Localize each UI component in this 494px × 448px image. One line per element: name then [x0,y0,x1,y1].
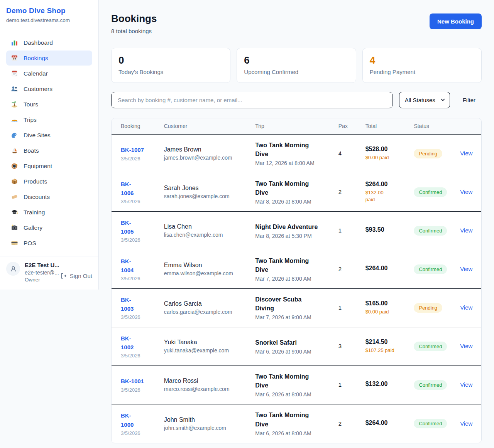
booking-id-link[interactable]: BK-1007 [121,145,144,154]
table-row: BK- 1000 3/5/2026 John Smith john.smith@… [112,404,481,443]
sidebar-item-label: Customers [24,86,52,93]
customer-name: Emma Wilson [164,262,250,269]
sidebar-item-bookings[interactable]: 17 Bookings [6,51,92,66]
trip-datetime: Mar 8, 2026 at 8:00 AM [255,199,333,205]
pax-count: 3 [338,343,342,349]
sidebar-item-label: Dive Sites [24,132,51,139]
customer-name: John Smith [164,416,250,423]
sidebar-item-label: Calendar [24,70,48,77]
sidebar-item-label: Tours [24,101,38,108]
filter-button[interactable]: Filter [463,97,475,103]
booking-id-link[interactable]: BK- 1002 [121,334,134,352]
sidebar-item-trips[interactable]: Trips [6,112,92,127]
sidebar-item-discounts[interactable]: Discounts [6,189,92,204]
diving-mask-icon [11,162,18,170]
booking-id-link[interactable]: BK- 1003 [121,295,134,313]
table-row: BK- 1006 3/5/2026 Sarah Jones sarah.jone… [112,173,481,212]
view-link[interactable]: View [460,227,472,234]
customer-email: james.brown@example.com [164,155,250,161]
view-link[interactable]: View [460,304,472,311]
stat-value: 6 [244,55,349,66]
sidebar-item-label: Products [24,178,47,185]
booking-date: 3/5/2026 [121,353,164,359]
sidebar-item-boats[interactable]: Boats [6,143,92,158]
booking-date: 3/5/2026 [121,199,164,204]
stat-label: Upcoming Confirmed [244,69,349,75]
status-badge: Confirmed [414,226,447,236]
new-booking-button[interactable]: New Booking [430,13,482,29]
table-row: BK-1001 3/5/2026 Marco Rossi marco.rossi… [112,366,481,404]
customer-email: emma.wilson@example.com [164,270,250,276]
stat-card-todays-bookings: 0 Today's Bookings [111,48,230,83]
user-email: e2e-tester@... [25,269,59,276]
view-link[interactable]: View [460,189,472,195]
sidebar-item-customers[interactable]: Customers [6,81,92,96]
sidebar-item-calendar[interactable]: Calendar [6,66,92,81]
sidebar-item-dashboard[interactable]: Dashboard [6,35,92,50]
view-link[interactable]: View [460,381,472,388]
total-amount: $264.00 [365,181,409,188]
trip-name: Night Dive Adventure [255,222,333,231]
booking-id-link[interactable]: BK- 1006 [121,180,134,198]
trip-name: Discover Scuba Diving [255,295,333,313]
sidebar-item-training[interactable]: Training [6,205,92,220]
shop-name: Demo Dive Shop [6,7,92,15]
pax-count: 1 [338,304,342,311]
total-amount: $132.00 [365,381,409,387]
status-badge: Pending [414,303,442,313]
stat-value: 4 [370,55,474,66]
sign-out-icon [60,273,67,279]
sidebar-item-gallery[interactable]: Gallery [6,220,92,235]
island-icon [11,101,18,108]
bar-chart-icon [11,39,18,46]
stat-cards: 0 Today's Bookings 6 Upcoming Confirmed … [111,48,482,83]
user-section: E2E Test U... e2e-tester@... Owner Sign … [0,256,98,290]
view-link[interactable]: View [460,343,472,349]
booking-date: 3/5/2026 [121,314,164,320]
total-amount: $165.00 [365,300,409,307]
trip-datetime: Mar 6, 2026 at 9:00 AM [255,349,333,355]
trip-datetime: Mar 7, 2026 at 9:00 AM [255,314,333,320]
table-row: BK-1007 3/5/2026 James Brown james.brown… [112,135,481,173]
pax-count: 4 [338,150,342,157]
trip-datetime: Mar 12, 2026 at 8:00 AM [255,160,333,166]
customer-name: Yuki Tanaka [164,339,250,346]
sidebar-item-equipment[interactable]: Equipment [6,158,92,173]
trip-datetime: Mar 8, 2026 at 5:30 PM [255,233,333,239]
sidebar-item-label: Gallery [24,224,42,231]
search-input[interactable] [111,92,393,108]
main-content: Bookings 8 total bookings New Booking 0 … [111,0,482,443]
package-icon [11,178,18,185]
booking-id-link[interactable]: BK- 1005 [121,218,134,236]
booking-date: 3/5/2026 [121,430,164,436]
sidebar-item-dive-sites[interactable]: Dive Sites [6,128,92,143]
page-title: Bookings [111,13,157,25]
view-link[interactable]: View [460,150,472,157]
paid-amount: $0.00 paid [365,308,409,315]
booking-id-link[interactable]: BK- 1000 [121,411,134,429]
sidebar-item-pos[interactable]: POS [6,236,92,251]
column-header-status: Status [414,123,460,129]
booking-id-link[interactable]: BK-1001 [121,377,144,386]
status-badge: Pending [414,149,442,158]
customer-email: marco.rossi@example.com [164,386,250,392]
sidebar-item-tours[interactable]: Tours [6,97,92,112]
status-select-wrap: All Statuses [399,92,450,108]
customer-name: Lisa Chen [164,223,250,230]
sign-out-button[interactable]: Sign Out [60,273,92,279]
table-row: BK- 1004 3/5/2026 Emma Wilson emma.wilso… [112,250,481,289]
status-select[interactable]: All Statuses [399,92,450,108]
total-amount: $93.50 [365,226,409,233]
view-link[interactable]: View [460,266,472,272]
status-badge: Confirmed [414,187,447,197]
total-amount: $528.00 [365,146,409,153]
sidebar-nav: Dashboard 17 Bookings Calendar Customers… [0,29,98,256]
booking-date: 3/5/2026 [121,156,164,162]
sidebar-item-products[interactable]: Products [6,174,92,189]
page-subtitle: 8 total bookings [111,28,157,34]
calendar-icon [11,70,18,77]
view-link[interactable]: View [460,420,472,427]
people-icon [11,85,18,93]
booking-id-link[interactable]: BK- 1004 [121,257,134,275]
customer-email: john.smith@example.com [164,425,250,431]
